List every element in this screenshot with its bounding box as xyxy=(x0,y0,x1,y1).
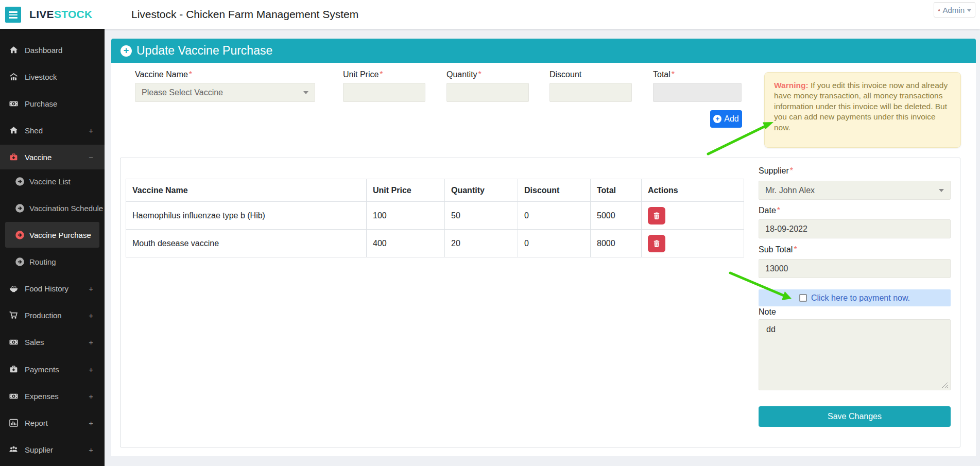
chevron-down-icon xyxy=(967,9,971,12)
quantity-input[interactable] xyxy=(446,83,529,102)
table-row: Mouth desease vaccine 400 20 0 8000 xyxy=(126,230,744,257)
cell-total: 8000 xyxy=(591,230,642,257)
payment-checkbox[interactable] xyxy=(799,294,807,302)
sidebar-subitem-vaccine-purchase[interactable]: Vaccine Purchase xyxy=(0,223,105,246)
medkit-icon xyxy=(9,152,19,162)
cell-quantity: 50 xyxy=(445,202,518,230)
briefcase-icon xyxy=(9,365,19,374)
payment-now-option[interactable]: Click here to payment now. xyxy=(759,289,951,306)
supplier-select[interactable]: Mr. John Alex xyxy=(759,181,951,200)
note-textarea[interactable]: dd xyxy=(759,319,951,390)
home-icon xyxy=(9,126,19,135)
invoice-side-form: Supplier* Mr. John Alex Date* 18-09-2022… xyxy=(759,158,951,448)
arrow-circle-right-icon xyxy=(15,177,25,186)
arrow-circle-right-icon xyxy=(15,257,25,267)
expand-plus-icon: + xyxy=(89,284,93,293)
sidebar-item-sales[interactable]: Sales + xyxy=(0,331,105,353)
hamburger-menu-button[interactable] xyxy=(5,7,21,23)
discount-input[interactable] xyxy=(549,83,632,102)
cart-icon xyxy=(9,310,19,320)
vaccine-name-select[interactable]: Please Select Vaccine xyxy=(135,83,315,102)
brand-stock: STOCK xyxy=(54,8,93,20)
expand-plus-icon: + xyxy=(89,126,93,135)
date-label: Date* xyxy=(759,206,780,215)
page-title: Livestock - Chicken Farm Management Syst… xyxy=(131,8,358,21)
sidebar-item-shed[interactable]: Shed + xyxy=(0,119,105,142)
header-vaccine-name: Vaccine Name xyxy=(126,179,367,202)
subtotal-input[interactable]: 13000 xyxy=(759,259,951,278)
subtotal-label: Sub Total* xyxy=(759,245,797,254)
table-header-row: Vaccine Name Unit Price Quantity Discoun… xyxy=(126,179,744,202)
vaccine-name-label: Vaccine Name* xyxy=(135,70,192,79)
note-label: Note xyxy=(759,307,776,317)
sidebar-subitem-vaccine-list[interactable]: Vaccine List xyxy=(0,170,105,193)
panel-header: + Update Vaccine Purchase xyxy=(111,39,976,63)
money-icon xyxy=(9,337,19,347)
sidebar-item-payments[interactable]: Payments + xyxy=(0,358,105,381)
app-window: LIVESTOCK Livestock - Chicken Farm Manag… xyxy=(0,0,980,466)
sidebar-item-supplier[interactable]: Supplier + xyxy=(0,438,105,461)
sidebar-item-production[interactable]: Production + xyxy=(0,304,105,326)
money-icon xyxy=(9,99,19,109)
sidebar-item-purchase[interactable]: Purchase xyxy=(0,92,105,115)
expand-plus-icon: + xyxy=(89,365,93,374)
unit-price-input[interactable] xyxy=(343,83,425,102)
sidebar-item-vaccine[interactable]: Vaccine − xyxy=(0,145,105,169)
discount-label: Discount xyxy=(549,70,581,79)
warning-box: Warning: If you edit this invoice now an… xyxy=(764,72,961,148)
panel-body: Vaccine Name* Unit Price* Quantity* Disc… xyxy=(111,63,976,456)
trash-icon xyxy=(652,239,661,248)
sidebar: Dashboard Livestock Purchase Shed + Vacc… xyxy=(0,29,105,466)
brand-logo[interactable]: LIVESTOCK xyxy=(29,8,93,21)
delete-row-button[interactable] xyxy=(648,207,665,225)
expand-plus-icon: + xyxy=(89,445,93,454)
main-content: + Update Vaccine Purchase Vaccine Name* … xyxy=(105,29,980,466)
home-icon xyxy=(9,45,19,55)
cell-total: 5000 xyxy=(591,202,642,230)
sidebar-item-expenses[interactable]: Expenses + xyxy=(0,385,105,407)
header-quantity: Quantity xyxy=(445,179,518,202)
plus-circle-icon: + xyxy=(713,115,721,123)
collapse-minus-icon: − xyxy=(89,153,93,162)
cell-discount: 0 xyxy=(518,202,591,230)
chevron-down-icon xyxy=(939,189,944,192)
header-actions: Actions xyxy=(642,179,744,202)
expand-plus-icon: + xyxy=(89,392,93,401)
date-input[interactable]: 18-09-2022 xyxy=(759,219,951,238)
rooster-icon xyxy=(938,5,940,15)
barn-icon xyxy=(9,72,19,82)
hamburger-icon xyxy=(9,11,18,13)
update-vaccine-purchase-panel: + Update Vaccine Purchase Vaccine Name* … xyxy=(111,39,976,456)
sidebar-subitem-routing[interactable]: Routing xyxy=(0,250,105,273)
trash-icon xyxy=(652,212,661,220)
arrow-circle-right-icon xyxy=(15,203,25,213)
sidebar-subitem-vaccination-schedule[interactable]: Vaccination Schedule xyxy=(0,197,105,219)
save-changes-button[interactable]: Save Changes xyxy=(759,406,951,427)
header-unit-price: Unit Price xyxy=(367,179,445,202)
cell-vaccine-name: Mouth desease vaccine xyxy=(126,230,367,257)
sidebar-item-report[interactable]: Report + xyxy=(0,411,105,434)
plus-circle-icon: + xyxy=(121,45,132,57)
cell-discount: 0 xyxy=(518,230,591,257)
sidebar-item-dashboard[interactable]: Dashboard xyxy=(0,39,105,61)
total-input[interactable] xyxy=(653,83,742,102)
add-button[interactable]: + Add xyxy=(710,110,742,128)
quantity-label: Quantity* xyxy=(446,70,482,79)
header-discount: Discount xyxy=(518,179,591,202)
table-row: Haemophilus influenzae type b (Hib) 100 … xyxy=(126,202,744,230)
sidebar-item-food-history[interactable]: Food History + xyxy=(0,277,105,300)
sidebar-item-livestock[interactable]: Livestock xyxy=(0,65,105,88)
header-total: Total xyxy=(591,179,642,202)
unit-price-label: Unit Price* xyxy=(343,70,383,79)
total-label: Total* xyxy=(653,70,675,79)
expand-plus-icon: + xyxy=(89,338,93,347)
expand-plus-icon: + xyxy=(89,311,93,320)
chevron-down-icon xyxy=(303,91,308,94)
admin-label: Admin xyxy=(942,6,965,14)
users-icon xyxy=(9,445,19,455)
delete-row-button[interactable] xyxy=(648,235,665,252)
cell-unit-price: 100 xyxy=(367,202,445,230)
cell-vaccine-name: Haemophilus influenzae type b (Hib) xyxy=(126,202,367,230)
cell-unit-price: 400 xyxy=(367,230,445,257)
admin-dropdown[interactable]: Admin xyxy=(934,2,975,18)
